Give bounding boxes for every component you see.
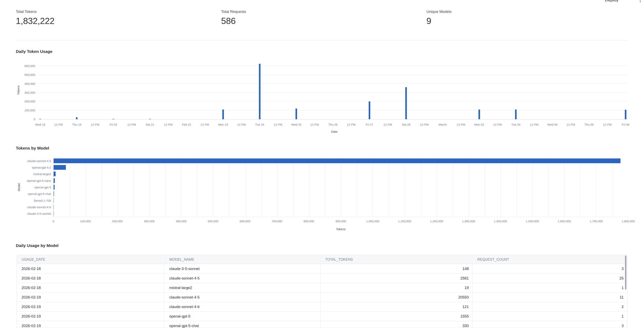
table-cell: 1555: [320, 311, 472, 321]
model-category-label: openai-gpt-5-chat: [0, 192, 51, 196]
model-category-label: openai-gpt-5.2: [0, 166, 51, 169]
table-row[interactable]: 2026-02-19claude-sonnet-4-61212: [17, 302, 627, 311]
x-axis-tick-label: 1,400,000: [494, 219, 507, 223]
table-cell: openai-gpt-5: [164, 311, 320, 321]
x-axis-tick-label: 1,300,000: [462, 219, 475, 223]
table-cell: 2: [472, 302, 627, 311]
x-axis-title: Tokens: [336, 227, 346, 231]
x-axis-tick-label: 1,100,000: [398, 219, 412, 223]
table-column-header[interactable]: TOTAL_TOKENS: [320, 255, 472, 264]
table-cell: 2026-02-18: [17, 264, 164, 273]
table-cell: 2026-02-19: [17, 321, 164, 328]
x-axis-tick-label: 300,000: [144, 219, 154, 223]
x-axis-tick-label: 1,700,000: [590, 219, 603, 223]
model-tokens-bar: [54, 172, 56, 176]
table-cell: 1: [472, 283, 627, 292]
table-row[interactable]: 2026-02-19claude-sonnet-4-52055011: [17, 292, 627, 302]
y-axis-title: Model: [17, 183, 20, 191]
x-axis-tick-label: 200,000: [112, 219, 123, 223]
table-vertical-scrollbar[interactable]: [625, 255, 626, 290]
table-cell: claude-3-5-sonnet: [164, 264, 320, 273]
model-tokens-bar: [54, 191, 54, 196]
model-tokens-bar: [54, 165, 66, 170]
table-row[interactable]: 2026-02-18claude-3-5-sonnet1483: [17, 264, 627, 273]
table-cell: 1: [472, 311, 627, 321]
table-cell: 20550: [320, 292, 472, 302]
table-column-header[interactable]: USAGE_DATE: [17, 255, 164, 264]
table-cell: 2026-02-19: [17, 292, 164, 302]
table-cell: mistral-large2: [164, 283, 320, 292]
tokens-by-model-chart[interactable]: claude-sonnet-4-5openai-gpt-5.2mistral-l…: [0, 0, 644, 238]
model-category-label: mistral-large2: [0, 172, 51, 176]
model-tokens-bar: [54, 198, 54, 203]
table-cell: 2026-02-19: [17, 311, 164, 321]
table-row[interactable]: 2026-02-18claude-sonnet-4-5258125: [17, 273, 627, 283]
table-row[interactable]: 2026-02-19openai-gpt-5-chat3303: [17, 321, 627, 328]
model-tokens-bar: [54, 205, 54, 209]
model-category-label: claude-sonnet-4-5: [0, 159, 51, 162]
x-axis-tick-label: 1,500,000: [526, 219, 539, 223]
x-axis-tick-label: 400,000: [176, 219, 186, 223]
plot-area: [54, 157, 628, 217]
table-body: 2026-02-18claude-3-5-sonnet14832026-02-1…: [17, 264, 627, 328]
table-header-row: USAGE_DATEMODEL_NAMETOTAL_TOKENSREQUEST_…: [17, 255, 627, 264]
table-cell: 121: [320, 302, 472, 311]
daily-usage-table-title: Daily Usage by Model: [16, 243, 58, 248]
x-axis-tick-label: 100,000: [80, 219, 90, 223]
table-cell: 11: [472, 292, 627, 302]
model-category-label: claude-sonnet-4-6: [0, 205, 51, 209]
table-row[interactable]: 2026-02-19openai-gpt-515551: [17, 311, 627, 321]
table-cell: 2026-02-19: [17, 302, 164, 311]
x-axis-tick-label: 1,600,000: [558, 219, 571, 223]
x-axis-tick-label: 700,000: [272, 219, 282, 223]
x-axis-tick-label: 0: [52, 219, 54, 223]
table-cell: 330: [320, 321, 472, 328]
table-cell: 3: [472, 321, 627, 328]
model-category-label: openai-gpt-5-nano: [0, 179, 51, 182]
table-cell: 2026-02-18: [17, 273, 164, 283]
table-cell: 148: [320, 264, 472, 273]
model-tokens-bar: [54, 211, 54, 216]
x-axis-tick-label: 1,800,000: [622, 219, 635, 223]
model-tokens-bar: [54, 178, 55, 183]
model-category-label: openai-gpt-5: [0, 186, 51, 189]
table-cell: claude-sonnet-4-6: [164, 302, 320, 311]
table-cell: 25: [472, 273, 627, 283]
table-cell: 19: [320, 283, 472, 292]
model-tokens-bar: [54, 158, 620, 163]
table-cell: 3: [472, 264, 627, 273]
x-axis-tick-label: 1,200,000: [430, 219, 443, 223]
x-axis-tick-label: 600,000: [240, 219, 250, 223]
daily-usage-table[interactable]: USAGE_DATEMODEL_NAMETOTAL_TOKENSREQUEST_…: [16, 255, 628, 328]
x-axis-tick-label: 500,000: [208, 219, 218, 223]
table-cell: 2026-02-18: [17, 283, 164, 292]
table-cell: 2581: [320, 273, 472, 283]
x-axis-tick-label: 800,000: [304, 219, 314, 223]
table-row[interactable]: 2026-02-18mistral-large2191: [17, 283, 627, 292]
x-axis-tick-label: 900,000: [336, 219, 346, 223]
x-axis-tick-label: 1,000,000: [366, 219, 379, 223]
table-cell: claude-sonnet-4-5: [164, 273, 320, 283]
table-cell: openai-gpt-5-chat: [164, 321, 320, 328]
table-column-header[interactable]: REQUEST_COUNT: [472, 255, 627, 264]
table-cell: claude-sonnet-4-5: [164, 292, 320, 302]
table-column-header[interactable]: MODEL_NAME: [164, 255, 320, 264]
model-category-label: llama3.1-70b: [0, 199, 51, 202]
model-tokens-bar: [54, 185, 54, 190]
model-category-label: claude-3-5-sonnet: [0, 212, 51, 215]
